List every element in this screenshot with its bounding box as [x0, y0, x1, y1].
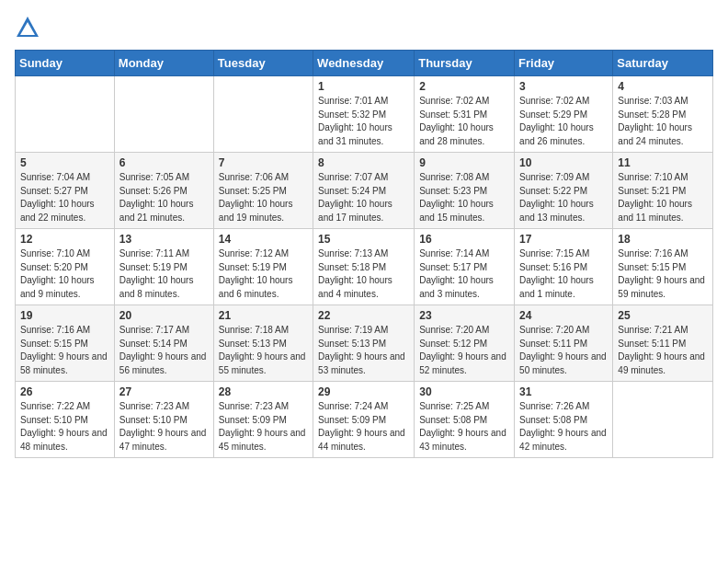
day-info: Sunrise: 7:02 AM Sunset: 5:29 PM Dayligh…	[519, 95, 608, 148]
day-info: Sunrise: 7:02 AM Sunset: 5:31 PM Dayligh…	[419, 95, 509, 148]
calendar-cell: 21Sunrise: 7:18 AM Sunset: 5:13 PM Dayli…	[213, 305, 313, 382]
day-of-week-header: Friday	[515, 51, 613, 76]
calendar-cell: 22Sunrise: 7:19 AM Sunset: 5:13 PM Dayli…	[313, 305, 415, 382]
calendar-cell	[114, 76, 213, 153]
day-number: 17	[519, 233, 608, 246]
calendar-cell: 13Sunrise: 7:11 AM Sunset: 5:19 PM Dayli…	[114, 229, 213, 305]
day-number: 24	[519, 309, 608, 322]
day-of-week-header: Monday	[114, 51, 213, 76]
day-info: Sunrise: 7:03 AM Sunset: 5:28 PM Dayligh…	[618, 95, 708, 148]
day-info: Sunrise: 7:23 AM Sunset: 5:09 PM Dayligh…	[219, 400, 308, 454]
calendar-cell: 28Sunrise: 7:23 AM Sunset: 5:09 PM Dayli…	[213, 382, 313, 458]
day-number: 7	[219, 156, 308, 169]
day-info: Sunrise: 7:08 AM Sunset: 5:23 PM Dayligh…	[419, 171, 509, 224]
day-info: Sunrise: 7:25 AM Sunset: 5:08 PM Dayligh…	[419, 400, 509, 454]
day-number: 9	[419, 156, 509, 169]
day-info: Sunrise: 7:22 AM Sunset: 5:10 PM Dayligh…	[20, 400, 109, 454]
calendar-cell: 8Sunrise: 7:07 AM Sunset: 5:24 PM Daylig…	[313, 153, 415, 229]
day-info: Sunrise: 7:26 AM Sunset: 5:08 PM Dayligh…	[519, 400, 608, 454]
calendar-week-row: 19Sunrise: 7:16 AM Sunset: 5:15 PM Dayli…	[16, 305, 713, 382]
day-of-week-header: Tuesday	[213, 51, 313, 76]
calendar-week-row: 12Sunrise: 7:10 AM Sunset: 5:20 PM Dayli…	[16, 229, 713, 305]
day-info: Sunrise: 7:10 AM Sunset: 5:20 PM Dayligh…	[20, 247, 109, 301]
calendar-cell: 6Sunrise: 7:05 AM Sunset: 5:26 PM Daylig…	[114, 153, 213, 229]
day-number: 3	[519, 80, 608, 93]
calendar-cell: 9Sunrise: 7:08 AM Sunset: 5:23 PM Daylig…	[415, 153, 515, 229]
day-info: Sunrise: 7:19 AM Sunset: 5:13 PM Dayligh…	[318, 324, 409, 377]
day-number: 19	[20, 309, 109, 322]
day-of-week-header: Sunday	[16, 51, 115, 76]
day-number: 6	[119, 156, 209, 169]
calendar-week-row: 5Sunrise: 7:04 AM Sunset: 5:27 PM Daylig…	[16, 153, 713, 229]
calendar-cell: 1Sunrise: 7:01 AM Sunset: 5:32 PM Daylig…	[313, 76, 415, 153]
calendar-cell: 5Sunrise: 7:04 AM Sunset: 5:27 PM Daylig…	[16, 153, 115, 229]
calendar-cell: 3Sunrise: 7:02 AM Sunset: 5:29 PM Daylig…	[515, 76, 613, 153]
day-number: 22	[318, 309, 409, 322]
day-number: 28	[219, 385, 308, 398]
day-number: 16	[419, 233, 509, 246]
day-number: 1	[318, 80, 409, 93]
day-info: Sunrise: 7:05 AM Sunset: 5:26 PM Dayligh…	[119, 171, 209, 224]
day-info: Sunrise: 7:24 AM Sunset: 5:09 PM Dayligh…	[318, 400, 409, 454]
calendar-cell: 30Sunrise: 7:25 AM Sunset: 5:08 PM Dayli…	[415, 382, 515, 458]
day-number: 27	[119, 385, 209, 398]
calendar-week-row: 26Sunrise: 7:22 AM Sunset: 5:10 PM Dayli…	[16, 382, 713, 458]
day-number: 26	[20, 385, 109, 398]
day-number: 29	[318, 385, 409, 398]
day-number: 31	[519, 385, 608, 398]
day-number: 13	[119, 233, 209, 246]
calendar-cell: 2Sunrise: 7:02 AM Sunset: 5:31 PM Daylig…	[415, 76, 515, 153]
day-info: Sunrise: 7:17 AM Sunset: 5:14 PM Dayligh…	[119, 324, 209, 377]
day-number: 10	[519, 156, 608, 169]
day-info: Sunrise: 7:15 AM Sunset: 5:16 PM Dayligh…	[519, 247, 608, 301]
calendar-cell: 24Sunrise: 7:20 AM Sunset: 5:11 PM Dayli…	[515, 305, 613, 382]
day-info: Sunrise: 7:18 AM Sunset: 5:13 PM Dayligh…	[219, 324, 308, 377]
day-info: Sunrise: 7:20 AM Sunset: 5:11 PM Dayligh…	[519, 324, 608, 377]
calendar-cell: 29Sunrise: 7:24 AM Sunset: 5:09 PM Dayli…	[313, 382, 415, 458]
day-info: Sunrise: 7:10 AM Sunset: 5:21 PM Dayligh…	[618, 171, 708, 224]
day-info: Sunrise: 7:16 AM Sunset: 5:15 PM Dayligh…	[618, 247, 708, 301]
calendar-cell: 18Sunrise: 7:16 AM Sunset: 5:15 PM Dayli…	[613, 229, 713, 305]
day-number: 21	[219, 309, 308, 322]
day-number: 18	[618, 233, 708, 246]
day-info: Sunrise: 7:14 AM Sunset: 5:17 PM Dayligh…	[419, 247, 509, 301]
day-number: 15	[318, 233, 409, 246]
calendar-cell: 25Sunrise: 7:21 AM Sunset: 5:11 PM Dayli…	[613, 305, 713, 382]
day-info: Sunrise: 7:07 AM Sunset: 5:24 PM Dayligh…	[318, 171, 409, 224]
calendar-cell: 10Sunrise: 7:09 AM Sunset: 5:22 PM Dayli…	[515, 153, 613, 229]
day-number: 23	[419, 309, 509, 322]
day-info: Sunrise: 7:23 AM Sunset: 5:10 PM Dayligh…	[119, 400, 209, 454]
calendar-cell: 16Sunrise: 7:14 AM Sunset: 5:17 PM Dayli…	[415, 229, 515, 305]
day-of-week-header: Saturday	[613, 51, 713, 76]
calendar-header-row: SundayMondayTuesdayWednesdayThursdayFrid…	[16, 51, 713, 76]
day-number: 25	[618, 309, 708, 322]
day-info: Sunrise: 7:13 AM Sunset: 5:18 PM Dayligh…	[318, 247, 409, 301]
day-info: Sunrise: 7:12 AM Sunset: 5:19 PM Dayligh…	[219, 247, 308, 301]
calendar-cell: 20Sunrise: 7:17 AM Sunset: 5:14 PM Dayli…	[114, 305, 213, 382]
day-number: 14	[219, 233, 308, 246]
calendar-week-row: 1Sunrise: 7:01 AM Sunset: 5:32 PM Daylig…	[16, 76, 713, 153]
day-info: Sunrise: 7:20 AM Sunset: 5:12 PM Dayligh…	[419, 324, 509, 377]
day-of-week-header: Thursday	[415, 51, 515, 76]
day-number: 5	[20, 156, 109, 169]
calendar-table: SundayMondayTuesdayWednesdayThursdayFrid…	[15, 50, 713, 458]
day-of-week-header: Wednesday	[313, 51, 415, 76]
calendar-cell: 15Sunrise: 7:13 AM Sunset: 5:18 PM Dayli…	[313, 229, 415, 305]
day-number: 11	[618, 156, 708, 169]
calendar-cell: 23Sunrise: 7:20 AM Sunset: 5:12 PM Dayli…	[415, 305, 515, 382]
calendar-cell: 27Sunrise: 7:23 AM Sunset: 5:10 PM Dayli…	[114, 382, 213, 458]
logo-icon	[15, 15, 40, 40]
day-info: Sunrise: 7:21 AM Sunset: 5:11 PM Dayligh…	[618, 324, 708, 377]
day-number: 4	[618, 80, 708, 93]
day-number: 12	[20, 233, 109, 246]
day-number: 2	[419, 80, 509, 93]
day-number: 8	[318, 156, 409, 169]
calendar-cell: 14Sunrise: 7:12 AM Sunset: 5:19 PM Dayli…	[213, 229, 313, 305]
page-header	[15, 15, 713, 40]
day-info: Sunrise: 7:09 AM Sunset: 5:22 PM Dayligh…	[519, 171, 608, 224]
calendar-cell	[613, 382, 713, 458]
day-info: Sunrise: 7:06 AM Sunset: 5:25 PM Dayligh…	[219, 171, 308, 224]
calendar-cell: 12Sunrise: 7:10 AM Sunset: 5:20 PM Dayli…	[16, 229, 115, 305]
calendar-cell: 7Sunrise: 7:06 AM Sunset: 5:25 PM Daylig…	[213, 153, 313, 229]
calendar-cell	[16, 76, 115, 153]
